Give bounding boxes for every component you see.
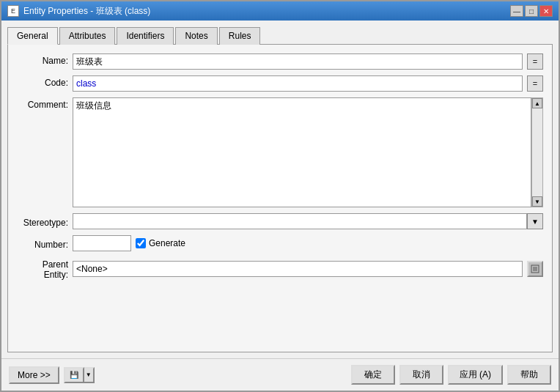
parent-entity-row: Parent Entity: [17,257,543,280]
name-row: Name: = [17,53,543,70]
name-label: Name: [17,53,68,66]
browse-icon [531,265,539,273]
tab-rules[interactable]: Rules [219,27,261,45]
dialog-window: E Entity Properties - 班级表 (class) — □ ✕ … [0,0,560,392]
spacer [17,286,543,343]
tab-content-general: Name: = Code: = Comment: 班级信息 ▲ ▼ [7,45,553,352]
number-label: Number: [17,237,68,250]
scroll-down-button[interactable]: ▼ [532,196,542,207]
title-buttons: — □ ✕ [510,5,553,17]
stereotype-label: Stereotype: [17,215,68,228]
ok-button[interactable]: 确定 [351,365,395,385]
generate-label: Generate [149,238,185,248]
scroll-track [532,108,542,196]
scroll-up-button[interactable]: ▲ [532,98,542,108]
window-title: Entity Properties - 班级表 (class) [23,5,150,18]
number-row: Number: Generate [17,235,543,251]
apply-button[interactable]: 应用 (A) [448,365,503,385]
tab-bar: General Attributes Identifiers Notes Rul… [7,26,553,45]
title-bar-left: E Entity Properties - 班级表 (class) [7,5,150,18]
generate-checkbox[interactable] [136,238,146,248]
stereotype-input[interactable] [73,213,527,229]
comment-textarea[interactable]: 班级信息 [73,97,531,207]
window-body: General Attributes Identifiers Notes Rul… [1,21,559,358]
stereotype-wrapper: ▼ [73,213,543,229]
comment-scrollbar[interactable]: ▲ ▼ [531,97,543,207]
code-input[interactable] [73,75,523,92]
parent-entity-browse-button[interactable] [527,261,543,277]
save-button[interactable]: 💾 [64,367,84,383]
tab-general[interactable]: General [7,27,58,45]
comment-row: Comment: 班级信息 ▲ ▼ [17,97,543,207]
code-equals-button[interactable]: = [527,75,543,92]
parent-entity-label: Parent Entity: [17,257,68,280]
save-dropdown-button[interactable]: ▼ [84,367,95,383]
name-equals-button[interactable]: = [527,53,543,70]
window-icon: E [7,5,19,17]
tab-notes[interactable]: Notes [175,27,217,45]
right-buttons: 确定 取消 应用 (A) 帮助 [351,365,551,385]
code-row: Code: = [17,75,543,92]
comment-container: 班级信息 ▲ ▼ [73,97,543,207]
name-input[interactable] [73,53,523,70]
help-button[interactable]: 帮助 [507,365,551,385]
code-label: Code: [17,75,68,88]
bottom-bar: More >> 💾 ▼ 确定 取消 应用 (A) 帮助 [1,358,559,391]
stereotype-dropdown-button[interactable]: ▼ [527,213,543,229]
cancel-button[interactable]: 取消 [399,365,443,385]
generate-checkbox-group: Generate [136,238,185,248]
tab-attributes[interactable]: Attributes [59,27,116,45]
parent-entity-input[interactable] [73,261,523,277]
title-bar: E Entity Properties - 班级表 (class) — □ ✕ [1,1,559,21]
more-button[interactable]: More >> [9,366,59,384]
comment-label: Comment: [17,97,68,110]
stereotype-row: Stereotype: ▼ [17,213,543,229]
tab-identifiers[interactable]: Identifiers [117,27,174,45]
save-icon: 💾 [70,371,78,379]
minimize-button[interactable]: — [510,5,523,17]
maximize-button[interactable]: □ [525,5,538,17]
close-button[interactable]: ✕ [539,5,553,17]
save-group: 💾 ▼ [64,367,95,383]
number-input[interactable] [73,235,131,251]
